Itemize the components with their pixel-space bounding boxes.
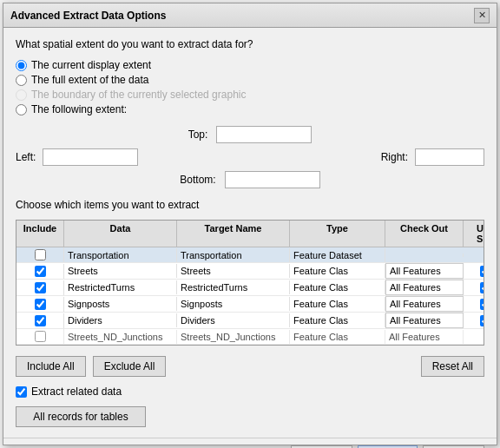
spatial-extent-question: What spatial extent do you want to extra… bbox=[16, 38, 484, 50]
row1-data: Streets bbox=[64, 264, 177, 278]
left-input[interactable] bbox=[43, 148, 138, 166]
reset-all-button[interactable]: Reset All bbox=[421, 356, 484, 377]
col-type: Type bbox=[290, 221, 385, 247]
row4-data: Dividers bbox=[64, 313, 177, 327]
row4-include[interactable] bbox=[16, 313, 64, 328]
table-row: Streets_ND_Junctions Streets_ND_Junction… bbox=[16, 329, 484, 345]
dialog-content: What spatial extent do you want to extra… bbox=[3, 28, 497, 438]
choose-items-label: Choose which items you want to extract bbox=[16, 199, 484, 211]
row4-usespa[interactable] bbox=[464, 313, 484, 328]
right-label: Right: bbox=[381, 151, 411, 163]
col-usespa: Use Spa bbox=[464, 221, 484, 247]
right-input[interactable] bbox=[415, 148, 484, 166]
row2-checkout[interactable]: All Features bbox=[385, 280, 464, 295]
row0-target: Transportation bbox=[177, 248, 290, 262]
exclude-all-button[interactable]: Exclude All bbox=[93, 356, 167, 377]
col-target: Target Name bbox=[177, 221, 290, 247]
row1-target: Streets bbox=[177, 264, 290, 278]
row1-include[interactable] bbox=[16, 264, 64, 279]
dialog: Advanced Extract Data Options ✕ What spa… bbox=[3, 3, 497, 445]
row2-target: RestrictedTurns bbox=[177, 280, 290, 294]
row2-usespa[interactable] bbox=[464, 280, 484, 295]
row4-target: Dividers bbox=[177, 313, 290, 327]
all-records-button[interactable]: All records for tables bbox=[16, 406, 146, 427]
row3-target: Signposts bbox=[177, 297, 290, 311]
bottom-label: Bottom: bbox=[180, 174, 219, 186]
row0-include[interactable] bbox=[16, 247, 64, 262]
row4-checkout[interactable]: All Features bbox=[385, 313, 464, 328]
include-all-button[interactable]: Include All bbox=[16, 356, 86, 377]
dialog-title: Advanced Extract Data Options bbox=[10, 10, 166, 22]
row5-checkout[interactable]: All Features bbox=[385, 330, 464, 344]
radio-current-extent[interactable]: The current display extent bbox=[16, 59, 484, 71]
top-label: Top: bbox=[188, 128, 212, 141]
col-data: Data bbox=[64, 221, 177, 247]
row5-type: Feature Clas bbox=[290, 330, 385, 344]
bottom-input[interactable] bbox=[225, 171, 320, 188]
table-buttons-row: Include All Exclude All Reset All bbox=[16, 356, 484, 377]
left-label: Left: bbox=[16, 151, 39, 163]
table-row: RestrictedTurns RestrictedTurns Feature … bbox=[16, 280, 484, 296]
row2-data: RestrictedTurns bbox=[64, 280, 177, 294]
row1-checkout[interactable]: All Features bbox=[385, 263, 464, 279]
row0-checkout bbox=[385, 254, 464, 257]
row3-checkout[interactable]: All Features bbox=[385, 296, 464, 312]
row5-usespa bbox=[464, 335, 484, 339]
row4-type: Feature Clas bbox=[290, 313, 385, 327]
row1-usespa[interactable] bbox=[464, 264, 484, 279]
row3-type: Feature Clas bbox=[290, 297, 385, 311]
extract-related-label: Extract related data bbox=[31, 385, 122, 398]
row0-data: Transportation bbox=[64, 248, 177, 262]
row3-data: Signposts bbox=[64, 297, 177, 311]
close-button[interactable]: ✕ bbox=[474, 8, 490, 23]
col-checkout: Check Out bbox=[385, 221, 464, 247]
row5-target: Streets_ND_Junctions bbox=[177, 330, 290, 344]
table-body: Transportation Transportation Feature Da… bbox=[16, 247, 484, 345]
row3-usespa[interactable] bbox=[464, 297, 484, 312]
extract-related-row: Extract related data bbox=[16, 385, 484, 398]
table-row: Dividers Dividers Feature Clas All Featu… bbox=[16, 313, 484, 329]
row2-type: Feature Clas bbox=[290, 280, 385, 294]
radio-following-extent[interactable]: The following extent: bbox=[16, 103, 484, 115]
extract-related-checkbox[interactable] bbox=[16, 386, 27, 398]
radio-full-extent[interactable]: The full extent of the data bbox=[16, 74, 484, 86]
table-row: Transportation Transportation Feature Da… bbox=[16, 247, 484, 263]
table-row: Signposts Signposts Feature Clas All Fea… bbox=[16, 296, 484, 313]
row2-include[interactable] bbox=[16, 280, 64, 295]
top-input[interactable] bbox=[216, 126, 312, 143]
row5-include[interactable] bbox=[16, 329, 64, 344]
radio-graphic-extent: The boundary of the currently selected g… bbox=[16, 89, 484, 101]
row0-usespa bbox=[464, 254, 484, 257]
row1-type: Feature Clas bbox=[290, 264, 385, 278]
dialog-footer: < Back Next > Cancel bbox=[3, 438, 497, 448]
row0-type: Feature Dataset bbox=[290, 248, 385, 262]
col-include: Include bbox=[16, 221, 64, 247]
title-bar: Advanced Extract Data Options ✕ bbox=[3, 3, 497, 28]
radio-group-spatial: The current display extent The full exte… bbox=[16, 59, 484, 115]
extract-table: Include Data Target Name Type Check Out … bbox=[16, 220, 484, 346]
row3-include[interactable] bbox=[16, 297, 64, 312]
row5-data: Streets_ND_Junctions bbox=[64, 330, 177, 344]
table-row: Streets Streets Feature Clas All Feature… bbox=[16, 263, 484, 280]
table-header: Include Data Target Name Type Check Out … bbox=[16, 221, 484, 247]
